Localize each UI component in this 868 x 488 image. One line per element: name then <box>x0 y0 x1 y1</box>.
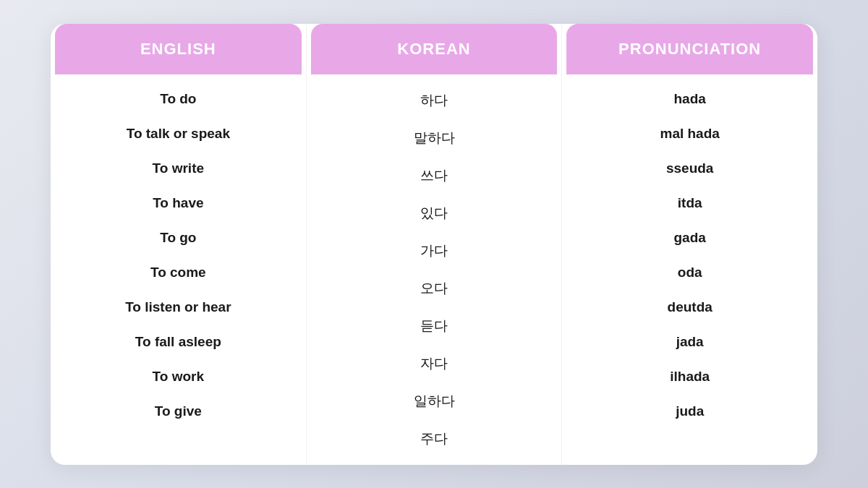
cell-pronunciation-6: deutda <box>562 290 817 325</box>
cell-english-6: To listen or hear <box>51 290 306 325</box>
header-label-korean: KOREAN <box>397 40 470 58</box>
column-korean: KOREAN하다말하다쓰다있다가다오다듣다자다일하다주다 <box>307 24 563 465</box>
cell-korean-0: 하다 <box>307 82 562 119</box>
cell-pronunciation-2: sseuda <box>562 151 817 186</box>
header-english: ENGLISH <box>55 24 302 74</box>
cell-pronunciation-7: jada <box>562 325 817 359</box>
cell-korean-1: 말하다 <box>307 119 562 157</box>
cell-pronunciation-9: juda <box>562 394 817 429</box>
cell-english-2: To write <box>51 151 306 186</box>
cell-korean-2: 쓰다 <box>307 157 562 194</box>
header-pronunciation: PRONUNCIATION <box>566 24 813 74</box>
cell-english-5: To come <box>51 255 306 290</box>
cell-english-4: To go <box>51 221 306 255</box>
cell-korean-6: 듣다 <box>307 307 562 345</box>
cell-korean-3: 있다 <box>307 194 562 232</box>
cell-english-9: To give <box>51 394 306 429</box>
header-label-pronunciation: PRONUNCIATION <box>618 40 761 58</box>
header-korean: KOREAN <box>311 24 558 74</box>
cell-pronunciation-1: mal hada <box>562 116 817 151</box>
body-korean: 하다말하다쓰다있다가다오다듣다자다일하다주다 <box>307 74 562 465</box>
cell-english-1: To talk or speak <box>51 116 306 151</box>
cell-korean-4: 가다 <box>307 232 562 270</box>
vocabulary-table: ENGLISHTo doTo talk or speakTo writeTo h… <box>51 24 817 465</box>
cell-korean-7: 자다 <box>307 345 562 382</box>
cell-korean-9: 주다 <box>307 420 562 458</box>
cell-korean-8: 일하다 <box>307 382 562 420</box>
cell-pronunciation-8: ilhada <box>562 359 817 394</box>
column-english: ENGLISHTo doTo talk or speakTo writeTo h… <box>51 24 307 465</box>
cell-pronunciation-4: gada <box>562 221 817 255</box>
cell-english-3: To have <box>51 186 306 221</box>
cell-korean-5: 오다 <box>307 270 562 307</box>
cell-english-0: To do <box>51 82 306 116</box>
header-label-english: ENGLISH <box>140 40 216 58</box>
cell-pronunciation-3: itda <box>562 186 817 221</box>
cell-pronunciation-0: hada <box>562 82 817 116</box>
cell-english-7: To fall asleep <box>51 325 306 359</box>
cell-pronunciation-5: oda <box>562 255 817 290</box>
column-pronunciation: PRONUNCIATIONhadamal hadasseudaitdagadao… <box>562 24 817 465</box>
body-pronunciation: hadamal hadasseudaitdagadaodadeutdajadai… <box>562 74 817 436</box>
body-english: To doTo talk or speakTo writeTo haveTo g… <box>51 74 306 436</box>
cell-english-8: To work <box>51 359 306 394</box>
